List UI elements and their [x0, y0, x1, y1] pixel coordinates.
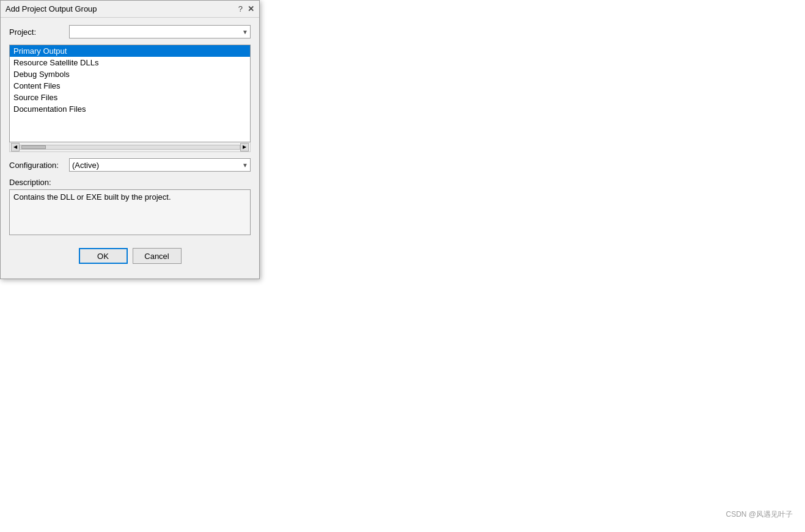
project-select[interactable] — [69, 25, 251, 38]
configuration-select[interactable]: (Active) Release Debug — [69, 158, 251, 172]
scroll-left-button[interactable]: ◀ — [11, 143, 20, 151]
list-item[interactable]: Source Files — [10, 92, 250, 103]
dialog-title: Add Project Output Group — [6, 4, 97, 13]
cancel-button[interactable]: Cancel — [133, 248, 182, 264]
configuration-select-wrapper: (Active) Release Debug ▼ — [69, 158, 251, 172]
dialog-body: Project: ▼ Primary Output Resource Satel… — [1, 18, 259, 279]
description-textarea — [9, 189, 251, 235]
close-button[interactable]: ✕ — [248, 4, 254, 13]
list-item[interactable]: Content Files — [10, 80, 250, 92]
project-label: Project: — [9, 27, 64, 37]
titlebar-controls: ? ✕ — [238, 4, 254, 13]
dialog-titlebar: Add Project Output Group ? ✕ — [1, 1, 259, 18]
configuration-label: Configuration: — [9, 161, 64, 170]
dialog: Add Project Output Group ? ✕ Project: ▼ — [0, 0, 260, 279]
list-item[interactable]: Documentation Files — [10, 103, 250, 115]
project-select-wrapper: ▼ — [69, 25, 251, 38]
ok-button[interactable]: OK — [79, 248, 128, 264]
list-item[interactable]: Primary Output — [10, 45, 250, 57]
watermark: CSDN @风遇见叶子 — [726, 509, 793, 520]
list-item[interactable]: Debug Symbols — [10, 68, 250, 80]
description-label: Description: — [9, 178, 251, 187]
help-button[interactable]: ? — [238, 4, 243, 13]
scroll-thumb[interactable] — [21, 145, 46, 149]
scroll-right-button[interactable]: ▶ — [240, 143, 249, 151]
list-item[interactable]: Resource Satellite DLLs — [10, 57, 250, 68]
output-listbox[interactable]: Primary Output Resource Satellite DLLs D… — [9, 45, 251, 142]
page-wrapper: Add Project Output Group ? ✕ Project: ▼ — [0, 0, 805, 532]
configuration-row: Configuration: (Active) Release Debug ▼ — [9, 158, 251, 172]
listbox-area: Primary Output Resource Satellite DLLs D… — [9, 45, 251, 152]
button-row: OK Cancel — [9, 243, 251, 271]
horizontal-scrollbar[interactable]: ◀ ▶ — [9, 142, 251, 152]
scroll-track — [20, 145, 240, 150]
description-section: Description: — [9, 178, 251, 237]
project-row: Project: ▼ — [9, 25, 251, 38]
